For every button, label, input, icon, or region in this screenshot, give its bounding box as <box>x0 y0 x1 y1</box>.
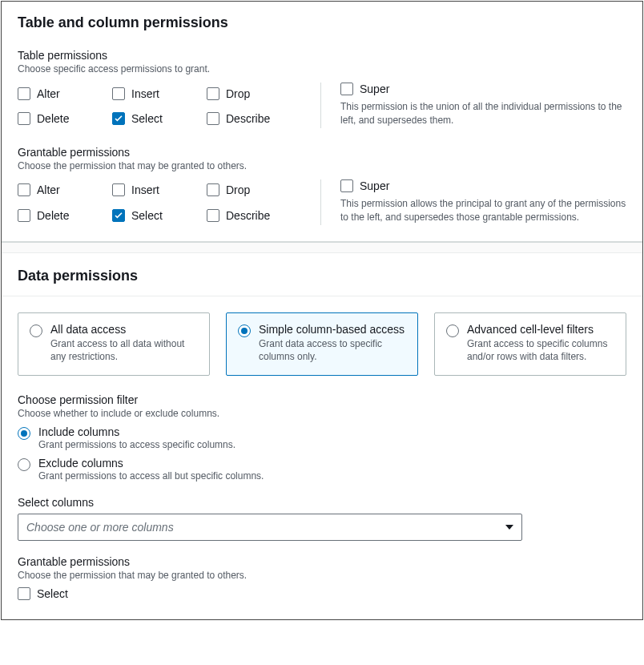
option-label: Exclude columns <box>38 457 626 470</box>
grantable-permissions-grid: Alter Insert Drop Delete <box>18 179 301 225</box>
checkbox-grant-alter[interactable]: Alter <box>18 183 112 198</box>
checkbox-box-icon <box>112 112 125 125</box>
select-columns-dropdown[interactable]: Choose one or more columns <box>18 514 522 541</box>
checkbox-box-icon <box>112 209 125 222</box>
radio-icon <box>238 324 251 337</box>
radio-icon <box>18 427 30 440</box>
tile-desc: Grant access to all data without any res… <box>50 337 198 365</box>
checkbox-select[interactable]: Select <box>112 111 207 126</box>
group-desc: Choose the permission that may be grante… <box>18 160 626 171</box>
tile-all-data-access[interactable]: All data access Grant access to all data… <box>18 312 210 377</box>
checkbox-label: Select <box>131 112 163 125</box>
option-label: Include columns <box>38 425 626 438</box>
checkbox-insert[interactable]: Insert <box>112 86 207 101</box>
checkbox-describe[interactable]: Describe <box>207 111 301 126</box>
radio-icon <box>18 458 30 471</box>
checkbox-label: Alter <box>37 87 60 100</box>
section-divider <box>2 242 642 253</box>
super-desc: This permission is the union of all the … <box>340 100 626 128</box>
checkbox-box-icon <box>207 112 219 125</box>
checkbox-label: Select <box>37 587 68 600</box>
radio-dot-icon <box>21 430 27 437</box>
tile-desc: Grant access to specific columns and/or … <box>467 337 614 365</box>
permissions-panel: Table and column permissions Table permi… <box>1 1 643 620</box>
tile-simple-column-access[interactable]: Simple column-based access Grant data ac… <box>226 312 418 377</box>
data-grantable-block: Grantable permissions Choose the permiss… <box>18 555 626 600</box>
group-desc: Choose specific access permissions to gr… <box>18 63 626 75</box>
table-permissions-grid: Alter Insert Drop Delete <box>18 83 301 128</box>
checkbox-delete[interactable]: Delete <box>18 111 112 126</box>
tile-advanced-cell-filters[interactable]: Advanced cell-level filters Grant access… <box>434 312 626 377</box>
checkbox-super[interactable]: Super <box>340 83 626 95</box>
checkbox-grant-describe[interactable]: Describe <box>207 208 301 223</box>
checkbox-label: Select <box>131 209 163 222</box>
tile-desc: Grant data access to specific columns on… <box>259 337 406 365</box>
permission-filter-block: Choose permission filter Choose whether … <box>18 393 626 482</box>
field-title: Grantable permissions <box>18 555 626 568</box>
checkbox-label: Drop <box>226 87 250 100</box>
checkbox-label: Describe <box>226 209 270 222</box>
select-placeholder: Choose one or more columns <box>26 521 174 534</box>
checkbox-box-icon <box>340 179 353 192</box>
checkbox-box-icon <box>18 587 30 600</box>
tile-title: Advanced cell-level filters <box>467 323 614 336</box>
checkbox-box-icon <box>207 183 219 196</box>
checkbox-box-icon <box>18 87 30 100</box>
access-mode-tiles: All data access Grant access to all data… <box>18 312 626 377</box>
grantable-permissions-group: Grantable permissions Choose the permiss… <box>18 146 626 225</box>
checkbox-grant-insert[interactable]: Insert <box>112 183 207 198</box>
section-title: Data permissions <box>2 253 642 296</box>
field-desc: Choose the permission that may be grante… <box>18 570 626 581</box>
checkbox-label: Insert <box>131 183 159 196</box>
checkbox-box-icon <box>112 183 125 196</box>
data-permissions-section: Data permissions All data access Grant a… <box>2 253 642 620</box>
checkbox-data-grant-select[interactable]: Select <box>18 587 626 600</box>
checkbox-label: Delete <box>37 209 69 222</box>
super-permission-area: Super This permission is the union of al… <box>320 83 626 128</box>
field-desc: Choose whether to include or exclude col… <box>18 408 626 419</box>
checkbox-grant-select[interactable]: Select <box>112 208 207 223</box>
section-title: Table and column permissions <box>18 14 626 31</box>
checkbox-label: Super <box>360 83 389 95</box>
super-grant-area: Super This permission allows the princip… <box>320 179 626 225</box>
radio-include-columns[interactable]: Include columns Grant permissions to acc… <box>18 425 626 450</box>
check-icon <box>115 115 123 122</box>
checkbox-box-icon <box>18 209 30 222</box>
checkbox-label: Describe <box>226 112 270 125</box>
checkbox-label: Insert <box>131 87 159 100</box>
checkbox-box-icon <box>207 87 219 100</box>
radio-dot-icon <box>241 328 248 334</box>
checkbox-drop[interactable]: Drop <box>207 86 301 101</box>
chevron-down-icon <box>505 525 513 530</box>
select-columns-block: Select columns Choose one or more column… <box>18 496 626 541</box>
checkbox-box-icon <box>340 83 353 95</box>
checkbox-label: Drop <box>226 183 250 196</box>
option-desc: Grant permissions to access all but spec… <box>38 470 626 482</box>
group-title: Grantable permissions <box>18 146 626 159</box>
check-icon <box>115 212 123 219</box>
tile-title: Simple column-based access <box>259 323 406 336</box>
checkbox-grant-super[interactable]: Super <box>340 179 626 192</box>
checkbox-grant-delete[interactable]: Delete <box>18 208 112 223</box>
radio-exclude-columns[interactable]: Exclude columns Grant permissions to acc… <box>18 457 626 482</box>
field-title: Choose permission filter <box>18 393 626 406</box>
checkbox-box-icon <box>207 209 219 222</box>
group-title: Table permissions <box>18 49 626 62</box>
radio-icon <box>30 324 42 337</box>
table-permissions-group: Table permissions Choose specific access… <box>18 49 626 128</box>
checkbox-label: Alter <box>37 183 60 196</box>
checkbox-box-icon <box>18 112 30 125</box>
table-column-permissions-section: Table and column permissions Table permi… <box>2 2 642 242</box>
tile-title: All data access <box>50 323 198 336</box>
checkbox-grant-drop[interactable]: Drop <box>207 183 301 198</box>
checkbox-box-icon <box>112 87 125 100</box>
option-desc: Grant permissions to access specific col… <box>38 439 626 450</box>
checkbox-alter[interactable]: Alter <box>18 86 112 101</box>
checkbox-label: Super <box>360 179 389 192</box>
checkbox-box-icon <box>18 183 30 196</box>
radio-icon <box>446 324 459 337</box>
super-grant-desc: This permission allows the principal to … <box>340 197 626 225</box>
checkbox-label: Delete <box>37 112 69 125</box>
field-title: Select columns <box>18 496 626 509</box>
